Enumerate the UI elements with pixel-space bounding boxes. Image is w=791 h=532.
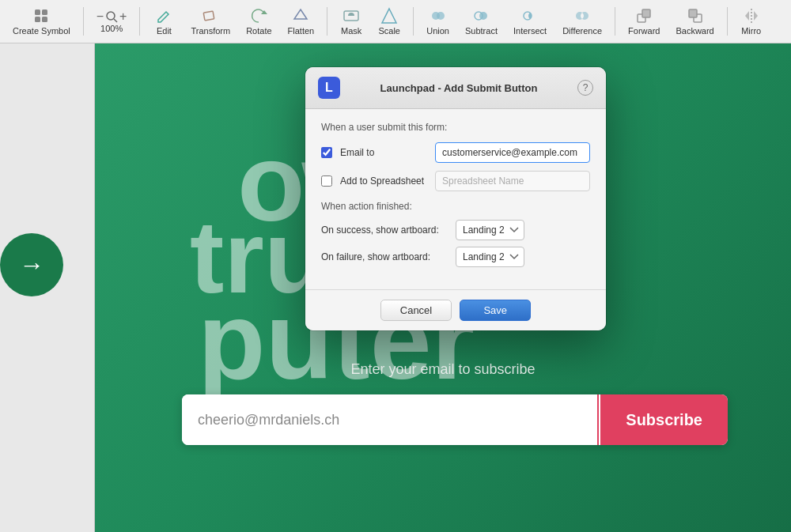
edit-icon	[155, 7, 172, 25]
create-symbol-icon	[32, 7, 50, 25]
flatten-label: Flatten	[288, 26, 315, 36]
zoom-icons: − +	[97, 9, 127, 24]
intersect-button[interactable]: Intersect	[507, 4, 553, 39]
cancel-button[interactable]: Cancel	[380, 300, 452, 321]
add-submit-button-dialog: L Launchpad - Add Submit Button ? When a…	[305, 67, 606, 330]
backward-label: Backward	[676, 26, 713, 36]
email-to-row: Email to	[321, 142, 590, 163]
zoom-level: 100%	[100, 24, 123, 33]
action-section-label: When action finished:	[321, 201, 590, 212]
success-artboard-label: On success, show artboard:	[321, 224, 448, 236]
difference-label: Difference	[562, 26, 602, 36]
rotate-button[interactable]: Rotate	[240, 4, 278, 39]
intersect-label: Intersect	[513, 26, 547, 36]
zoom-control[interactable]: − + 100%	[90, 6, 134, 36]
email-to-checkbox[interactable]	[321, 147, 332, 158]
forward-button[interactable]: Forward	[622, 4, 666, 39]
zoom-icon	[105, 10, 118, 23]
transform-icon	[202, 7, 219, 25]
separator-3	[327, 7, 327, 36]
email-to-label: Email to	[340, 147, 427, 158]
dialog-backdrop: L Launchpad - Add Submit Button ? When a…	[0, 43, 791, 532]
edit-button[interactable]: Edit	[146, 4, 181, 39]
svg-line-5	[114, 19, 117, 22]
dialog-body: When a user submit this form: Email to A…	[305, 109, 606, 289]
scale-icon	[380, 7, 398, 25]
failure-artboard-select[interactable]: Landing 1 Landing 2 Landing 3	[456, 247, 524, 267]
separator-4	[413, 7, 414, 36]
forward-label: Forward	[628, 26, 660, 36]
failure-artboard-label: On failure, show artboard:	[321, 251, 448, 262]
dialog-footer: Cancel Save	[305, 289, 606, 330]
svg-rect-1	[42, 9, 47, 15]
separator-2	[139, 7, 140, 36]
flatten-icon	[292, 7, 309, 25]
forward-icon	[635, 7, 653, 25]
failure-artboard-row: On failure, show artboard: Landing 1 Lan…	[321, 247, 590, 267]
separator-1	[83, 7, 84, 36]
success-artboard-select[interactable]: Landing 1 Landing 2 Landing 3	[456, 220, 524, 240]
svg-rect-25	[689, 9, 697, 17]
svg-rect-2	[35, 17, 40, 22]
spreadsheet-label: Add to Spreadsheet	[340, 175, 427, 187]
scale-button[interactable]: Scale	[372, 4, 407, 39]
dialog-titlebar: L Launchpad - Add Submit Button ?	[305, 67, 606, 109]
svg-rect-3	[42, 17, 47, 22]
transform-label: Transform	[191, 26, 230, 36]
difference-icon	[573, 7, 591, 25]
failure-artboard-select-wrapper: Landing 1 Landing 2 Landing 3	[456, 247, 590, 267]
canvas-area: ow trust puter → Enter your email to sub…	[0, 43, 791, 532]
svg-point-4	[107, 12, 115, 20]
svg-point-14	[479, 12, 487, 20]
dialog-logo: L	[318, 77, 340, 99]
difference-button[interactable]: Difference	[556, 4, 608, 39]
mask-button[interactable]: Mask	[334, 4, 369, 39]
svg-rect-0	[35, 9, 40, 15]
transform-button[interactable]: Transform	[184, 4, 237, 39]
svg-point-12	[437, 12, 445, 20]
rotate-label: Rotate	[246, 26, 271, 36]
email-to-input[interactable]	[435, 142, 590, 163]
save-button[interactable]: Save	[460, 300, 531, 321]
separator-6	[727, 7, 728, 36]
backward-button[interactable]: Backward	[669, 4, 720, 39]
separator-5	[615, 7, 615, 36]
mirror-button[interactable]: Mirro	[734, 4, 769, 39]
spreadsheet-checkbox[interactable]	[321, 175, 332, 187]
zoom-in-icon: +	[119, 9, 127, 24]
edit-label: Edit	[157, 26, 172, 36]
union-button[interactable]: Union	[420, 4, 456, 39]
mask-icon	[343, 7, 360, 25]
svg-rect-23	[642, 9, 650, 17]
svg-marker-10	[382, 9, 396, 23]
mirror-label: Mirro	[741, 26, 761, 36]
form-section-label: When a user submit this form:	[321, 122, 590, 133]
create-symbol-button[interactable]: Create Symbol	[6, 4, 77, 39]
mask-label: Mask	[341, 26, 361, 36]
svg-rect-6	[204, 11, 215, 21]
rotate-icon	[250, 7, 267, 25]
subtract-icon	[472, 7, 490, 25]
dialog-title: Launchpad - Add Submit Button	[340, 82, 577, 94]
mirror-icon	[743, 7, 760, 25]
svg-marker-8	[294, 9, 307, 19]
zoom-out-icon: −	[97, 9, 104, 24]
union-label: Union	[426, 26, 449, 36]
success-artboard-row: On success, show artboard: Landing 1 Lan…	[321, 220, 590, 240]
subtract-label: Subtract	[465, 26, 498, 36]
help-button[interactable]: ?	[577, 80, 593, 96]
svg-marker-27	[745, 11, 749, 21]
spreadsheet-input[interactable]	[435, 171, 590, 191]
svg-marker-28	[754, 11, 758, 21]
toolbar: Create Symbol − + 100% Edit Tr	[0, 0, 791, 43]
union-icon	[430, 7, 447, 25]
scale-label: Scale	[378, 26, 400, 36]
backward-icon	[687, 7, 704, 25]
spreadsheet-row: Add to Spreadsheet	[321, 171, 590, 191]
subtract-button[interactable]: Subtract	[459, 4, 504, 39]
create-symbol-label: Create Symbol	[13, 26, 70, 36]
flatten-button[interactable]: Flatten	[282, 4, 321, 39]
success-artboard-select-wrapper: Landing 1 Landing 2 Landing 3	[456, 220, 590, 240]
intersect-icon	[521, 7, 539, 25]
svg-point-17	[528, 12, 536, 20]
